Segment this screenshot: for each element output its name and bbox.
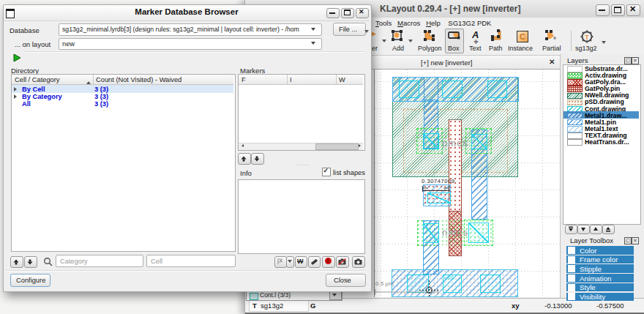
svg-text:T: T [585, 34, 589, 41]
